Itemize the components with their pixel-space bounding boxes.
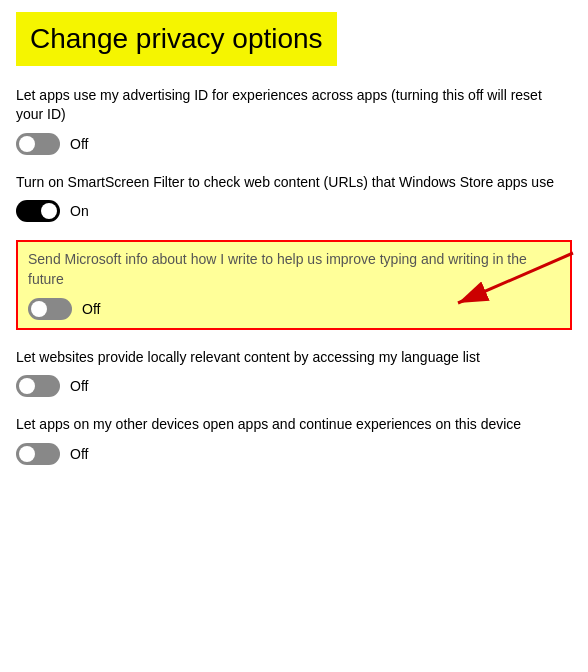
toggle-typing-info[interactable] [28, 298, 72, 320]
toggle-label-advertising-id: Off [70, 136, 88, 152]
toggle-row-other-devices: Off [16, 443, 572, 465]
setting-smartscreen: Turn on SmartScreen Filter to check web … [16, 173, 572, 223]
toggle-row-language-list: Off [16, 375, 572, 397]
setting-typing-info-description: Send Microsoft info about how I write to… [28, 250, 560, 289]
setting-advertising-id: Let apps use my advertising ID for exper… [16, 86, 572, 155]
page-container: Change privacy options Let apps use my a… [0, 0, 588, 672]
toggle-knob-language-list [19, 378, 35, 394]
setting-typing-info-highlighted: Send Microsoft info about how I write to… [16, 240, 572, 329]
toggle-label-smartscreen: On [70, 203, 89, 219]
toggle-smartscreen[interactable] [16, 200, 60, 222]
toggle-knob-other-devices [19, 446, 35, 462]
toggle-language-list[interactable] [16, 375, 60, 397]
setting-language-list: Let websites provide locally relevant co… [16, 348, 572, 398]
setting-other-devices-description: Let apps on my other devices open apps a… [16, 415, 572, 435]
toggle-knob-advertising-id [19, 136, 35, 152]
title-box: Change privacy options [16, 12, 337, 66]
toggle-advertising-id[interactable] [16, 133, 60, 155]
toggle-label-other-devices: Off [70, 446, 88, 462]
toggle-row-advertising-id: Off [16, 133, 572, 155]
toggle-row-typing-info: Off [28, 298, 560, 320]
toggle-other-devices[interactable] [16, 443, 60, 465]
setting-other-devices: Let apps on my other devices open apps a… [16, 415, 572, 465]
toggle-label-typing-info: Off [82, 301, 100, 317]
toggle-label-language-list: Off [70, 378, 88, 394]
toggle-knob-smartscreen [41, 203, 57, 219]
toggle-knob-typing-info [31, 301, 47, 317]
page-title: Change privacy options [30, 22, 323, 56]
setting-advertising-id-description: Let apps use my advertising ID for exper… [16, 86, 572, 125]
toggle-row-smartscreen: On [16, 200, 572, 222]
setting-smartscreen-description: Turn on SmartScreen Filter to check web … [16, 173, 572, 193]
setting-language-list-description: Let websites provide locally relevant co… [16, 348, 572, 368]
